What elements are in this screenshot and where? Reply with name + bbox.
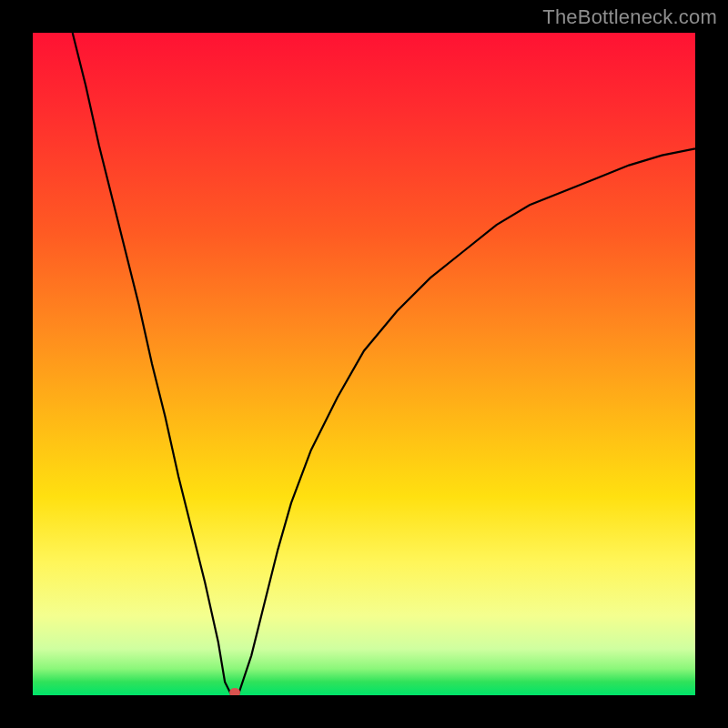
plot-area	[33, 33, 695, 695]
watermark-text: TheBottleneck.com	[542, 5, 717, 29]
chart-frame: TheBottleneck.com	[0, 0, 728, 728]
chart-svg	[33, 33, 695, 695]
bottleneck-curve	[73, 33, 695, 695]
optimal-point-marker	[229, 688, 240, 695]
